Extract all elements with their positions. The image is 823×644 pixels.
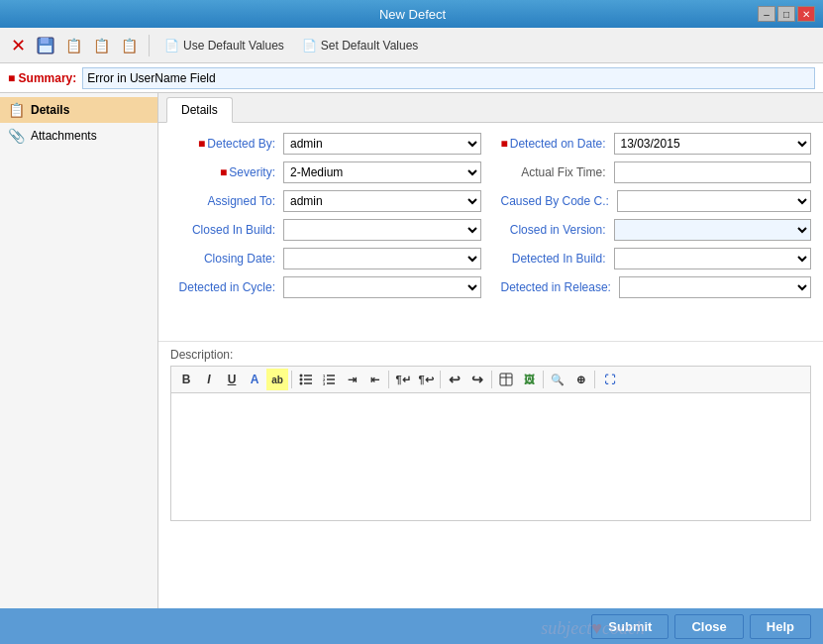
set-default-values-button[interactable]: 📄 Set Default Values [295,35,426,56]
window-title: New Defect [67,7,758,22]
svg-rect-2 [40,46,51,53]
close-button[interactable]: Close [674,614,743,639]
closing-date-label: Closing Date: [170,252,279,266]
detected-on-date-row: ■Detected on Date: 13/03/2015 [501,133,812,155]
severity-select[interactable]: 2-Medium [283,161,481,183]
help-button[interactable]: Help [750,614,811,639]
detected-in-release-label: Detected in Release: [501,280,615,294]
svg-point-7 [300,378,303,381]
insert-image-button[interactable]: 🖼 [518,369,540,390]
detected-by-label: ■Detected By: [170,137,279,151]
title-bar: New Defect – □ ✕ [0,0,823,28]
toolbar-separator-1 [149,35,150,56]
editor-sep-3 [440,371,441,388]
indent-decrease-button[interactable]: ⇤ [363,369,385,390]
submit-button[interactable]: Submit [591,614,669,639]
detected-in-cycle-select[interactable] [283,276,481,298]
form-area: ■Detected By: admin ■Severity: 2-Medium [158,123,823,341]
assigned-to-select[interactable]: admin [283,190,481,212]
caused-by-code-label: Caused By Code C.: [501,194,613,208]
description-label: Description: [170,348,811,362]
redo-button[interactable]: ↪ [466,369,488,390]
para-ltr-button[interactable]: ¶↵ [392,369,414,390]
tab-details[interactable]: Details [166,97,233,123]
summary-label: ■ Summary: [8,71,76,85]
caused-by-code-row: Caused By Code C.: [501,190,812,212]
set-default-icon: 📄 [302,39,317,53]
actual-fix-time-label: Actual Fix Time: [501,165,610,179]
paste-icon[interactable]: 📋 [89,34,113,57]
closed-in-build-label: Closed In Build: [170,223,279,237]
font-color-button[interactable]: A [244,369,265,390]
zoom-in-button[interactable]: ⊕ [569,369,591,390]
closed-in-version-select[interactable] [614,219,812,241]
detected-on-date-select[interactable]: 13/03/2015 [614,133,812,155]
detected-in-release-select[interactable] [619,276,811,298]
summary-bar: ■ Summary: [0,63,823,93]
content-area: Details ■Detected By: admin [158,93,823,608]
svg-point-8 [300,382,303,385]
ordered-list-button[interactable]: 123 [318,369,340,390]
zoom-out-button[interactable]: 🔍 [547,369,568,390]
detected-in-release-row: Detected in Release: [501,276,812,298]
use-default-values-button[interactable]: 📄 Use Default Values [157,35,291,56]
svg-point-6 [300,375,303,377]
detected-in-cycle-row: Detected in Cycle: [170,276,481,298]
underline-button[interactable]: U [221,369,243,390]
close-window-button[interactable]: ✕ [797,6,815,22]
editor-sep-5 [543,371,544,388]
copy-icon[interactable]: 📋 [61,34,85,57]
actual-fix-time-row: Actual Fix Time: [501,161,812,183]
indent-increase-button[interactable]: ⇥ [341,369,362,390]
sidebar-item-details[interactable]: 📋 Details [0,97,157,123]
toolbar: ✕ 📋 📋 📋 📄 Use Default Values 📄 Set Defau… [0,28,823,63]
editor-sep-4 [491,371,492,388]
closing-date-row: Closing Date: [170,248,481,269]
main-layout: 📋 Details 📎 Attachments Details ■Detecte… [0,93,823,608]
detected-in-build-select[interactable] [614,248,812,269]
para-rtl-button[interactable]: ¶↩ [415,369,437,390]
editor-sep-1 [291,371,292,388]
bottom-bar: subject♥coach Submit Close Help [0,608,823,644]
closed-in-build-select[interactable] [283,219,481,241]
detected-by-row: ■Detected By: admin [170,133,481,155]
save-icon[interactable] [34,34,57,57]
attachments-icon: 📎 [8,128,25,144]
svg-rect-1 [41,38,49,44]
detected-in-build-label: Detected In Build: [501,252,610,266]
window-controls: – □ ✕ [758,6,815,22]
use-default-icon: 📄 [164,39,179,53]
editor-sep-2 [388,371,389,388]
maximize-button[interactable]: □ [777,6,795,22]
editor-sep-6 [594,371,595,388]
minimize-button[interactable]: – [758,6,775,22]
detected-in-cycle-label: Detected in Cycle: [170,280,279,294]
details-icon: 📋 [8,102,25,118]
description-editor[interactable] [170,392,811,521]
italic-button[interactable]: I [198,369,220,390]
undo-button[interactable]: ↩ [444,369,465,390]
unordered-list-button[interactable] [295,369,317,390]
fullscreen-button[interactable]: ⛶ [598,369,620,390]
description-area: Description: B I U A ab 123 ⇥ ⇤ ¶↵ ¶↩ [158,341,823,525]
delete-icon[interactable]: ✕ [6,34,30,57]
severity-row: ■Severity: 2-Medium [170,161,481,183]
svg-text:3: 3 [323,381,326,386]
actual-fix-time-input[interactable] [614,161,812,183]
highlight-button[interactable]: ab [266,369,288,390]
closed-in-build-row: Closed In Build: [170,219,481,241]
detected-on-date-label: ■Detected on Date: [501,137,610,151]
editor-toolbar: B I U A ab 123 ⇥ ⇤ ¶↵ ¶↩ ↩ ↪ [170,366,811,392]
sidebar-item-attachments[interactable]: 📎 Attachments [0,123,157,149]
closing-date-select[interactable] [283,248,481,269]
clipboard-icon[interactable]: 📋 [117,34,141,57]
summary-input[interactable] [82,67,815,89]
detected-by-select[interactable]: admin [283,133,481,155]
bold-button[interactable]: B [175,369,197,390]
severity-label: ■Severity: [170,165,279,179]
caused-by-code-select[interactable] [617,190,811,212]
insert-table-button[interactable] [495,369,517,390]
assigned-to-row: Assigned To: admin [170,190,481,212]
right-column: ■Detected on Date: 13/03/2015 Actual Fix… [501,133,812,305]
sidebar: 📋 Details 📎 Attachments [0,93,158,608]
